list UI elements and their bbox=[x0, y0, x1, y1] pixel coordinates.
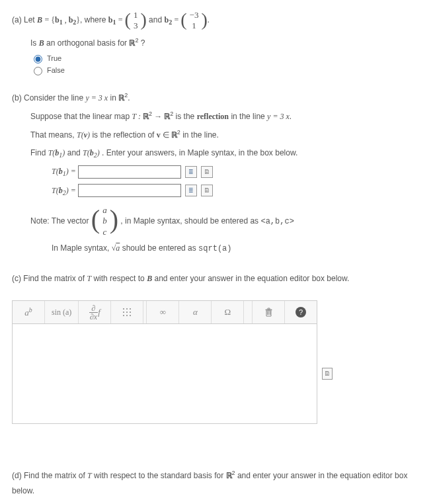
tb1-row: T(b1) = bbox=[52, 164, 423, 180]
reflection: reflection bbox=[197, 112, 229, 121]
tool-alpha[interactable]: α bbox=[179, 301, 212, 323]
tool-help[interactable]: ? bbox=[285, 301, 317, 323]
radio-true-label: True bbox=[47, 54, 61, 62]
part-a-statement: (a) Let B = {b1 , b2}, where b1 = (13) a… bbox=[12, 9, 423, 32]
Tb2-label: T(b2) = bbox=[52, 186, 78, 195]
part-b-l2: Suppose that the linear map T : ℝ2 → ℝ2 … bbox=[30, 108, 423, 124]
T: T bbox=[87, 471, 92, 480]
lparen-icon: ( bbox=[91, 210, 100, 229]
page-icon[interactable] bbox=[201, 166, 213, 178]
eq: = bbox=[118, 15, 125, 24]
num: ∂ bbox=[89, 304, 98, 313]
text: Let bbox=[24, 15, 37, 24]
Tv: T(v) bbox=[77, 130, 90, 140]
part-b-label: (b) bbox=[12, 93, 22, 103]
a: a bbox=[101, 206, 108, 215]
vector-b2: −31 bbox=[187, 9, 202, 32]
den: ∂x bbox=[89, 313, 98, 321]
preview-icon[interactable] bbox=[185, 166, 197, 178]
map-T: T : bbox=[132, 112, 142, 121]
line-eq: y = 3 x bbox=[85, 93, 108, 103]
b1-sym: b1 bbox=[55, 15, 63, 24]
part-a: (a) Let B = {b1 , b2}, where b1 = (13) a… bbox=[12, 9, 423, 75]
text: . Enter your answers, in Maple syntax, i… bbox=[102, 148, 297, 157]
part-d-label: (d) bbox=[12, 471, 22, 480]
R-symbol: ℝ bbox=[164, 112, 170, 121]
b2-lhs: b2 bbox=[164, 15, 172, 24]
lparen2-icon: ( bbox=[180, 13, 186, 27]
qmark: ? bbox=[141, 38, 145, 48]
dot: . bbox=[290, 112, 292, 121]
b: b bbox=[101, 216, 108, 226]
editor-toolbar: ab sin (a) ∂∂x f ∞ α Ω ? bbox=[12, 300, 317, 324]
note-line: Note: The vector (abc) , in Maple syntax… bbox=[30, 204, 423, 238]
part-b: (b) Consider the line y = 3 x in ℝ2. Sup… bbox=[12, 90, 423, 256]
and: and bbox=[149, 15, 164, 24]
page-icon[interactable] bbox=[322, 368, 333, 380]
editor-c-wrap: ab sin (a) ∂∂x f ∞ α Ω ? bbox=[12, 300, 423, 424]
in: ∈ bbox=[161, 130, 171, 140]
omega-icon: Ω bbox=[224, 307, 231, 317]
text: and enter your answer in the equation ed… bbox=[152, 274, 349, 283]
text: Suppose that the linear map bbox=[30, 112, 132, 121]
eq2: = bbox=[174, 15, 180, 24]
R-symbol: ℝ bbox=[143, 112, 149, 121]
maple-code: <a,b,c> bbox=[260, 217, 294, 226]
tool-derivative[interactable]: ∂∂x f bbox=[79, 301, 111, 323]
var-B: B bbox=[37, 15, 42, 24]
note2-line: In Maple syntax, √a should be entered as… bbox=[52, 241, 423, 257]
grid-icon bbox=[123, 308, 131, 316]
text: is the bbox=[176, 112, 197, 121]
var-B: B bbox=[39, 38, 44, 48]
sin-label: sin (a) bbox=[52, 308, 71, 317]
rparen2-icon: ) bbox=[201, 13, 207, 27]
part-b-l1: (b) Consider the line y = 3 x in ℝ2. bbox=[12, 90, 423, 106]
R-symbol: ℝ bbox=[118, 93, 124, 103]
tb2-row: T(b2) = bbox=[52, 183, 423, 199]
vector-abc: abc bbox=[100, 204, 110, 238]
c: c bbox=[101, 228, 108, 237]
period: . bbox=[208, 15, 210, 24]
part-c-label: (c) bbox=[12, 274, 21, 283]
maple-code: sqrt(a) bbox=[198, 244, 231, 253]
where: , where bbox=[80, 15, 108, 24]
tool-clear[interactable] bbox=[253, 301, 285, 323]
radio-false[interactable] bbox=[34, 67, 42, 75]
tool-omega[interactable]: Ω bbox=[212, 301, 244, 323]
text: Is bbox=[30, 38, 39, 48]
tb2-input[interactable] bbox=[78, 184, 181, 197]
tool-exponent[interactable]: ab bbox=[13, 301, 45, 323]
text: Find the matrix of bbox=[23, 274, 87, 283]
b2-top: −3 bbox=[188, 11, 200, 20]
alpha-icon: α bbox=[193, 307, 198, 317]
part-b-l4: Find T(b1) and T(b2) . Enter your answer… bbox=[30, 146, 423, 161]
f: f bbox=[98, 307, 100, 317]
tb1-input[interactable] bbox=[78, 165, 181, 179]
tool-infinity[interactable]: ∞ bbox=[147, 301, 179, 323]
exp: 2 bbox=[135, 37, 138, 44]
text: with respect to bbox=[91, 274, 147, 283]
text: in the line. bbox=[182, 130, 219, 140]
editor-input-area[interactable] bbox=[12, 324, 317, 424]
text: with respect to the standard basis for bbox=[92, 471, 226, 480]
text: an orthogonal basis for bbox=[46, 38, 129, 48]
page-icon[interactable] bbox=[201, 185, 213, 196]
part-c-text: (c) Find the matrix of T with respect to… bbox=[12, 271, 423, 286]
text: In Maple syntax, bbox=[52, 243, 112, 253]
text: in bbox=[110, 93, 119, 103]
radio-false-label: False bbox=[47, 66, 65, 74]
b1-top: 1 bbox=[132, 11, 139, 20]
b2-sym: b2 bbox=[69, 15, 77, 24]
text: in the line bbox=[231, 112, 267, 121]
b1-lhs: b1 bbox=[108, 15, 116, 24]
text: That means, bbox=[30, 130, 77, 140]
tool-function[interactable]: sin (a) bbox=[45, 301, 79, 323]
tool-matrix[interactable] bbox=[111, 301, 143, 323]
dot: . bbox=[128, 93, 130, 103]
Tb1-label: T(b1) = bbox=[52, 167, 78, 176]
infinity-icon: ∞ bbox=[160, 307, 166, 317]
equals: = bbox=[44, 15, 51, 24]
preview-icon[interactable] bbox=[185, 185, 197, 196]
radio-true[interactable] bbox=[34, 55, 42, 63]
part-c: (c) Find the matrix of T with respect to… bbox=[12, 271, 423, 425]
